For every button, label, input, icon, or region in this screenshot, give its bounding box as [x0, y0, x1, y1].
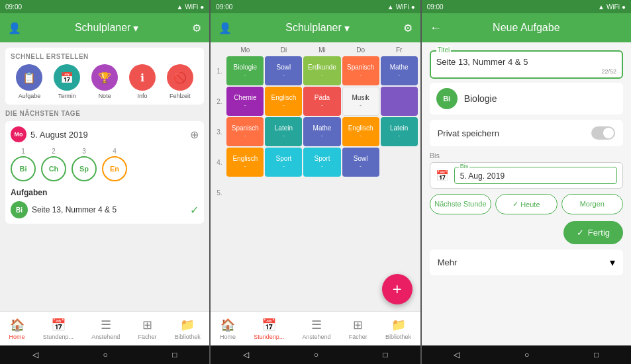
- neue-aufgabe-title: Neue Aufgabe: [493, 22, 559, 34]
- tt-empty-4fr: [381, 148, 418, 177]
- bis-inner[interactable]: Bis 5. Aug. 2019: [454, 167, 617, 184]
- recents-btn-2[interactable]: □: [383, 350, 388, 359]
- subject-circle-sp: Sp: [72, 156, 97, 181]
- content-1: SCHNELL ERSTELLEN 📋 Aufgabe 📅 Termin 🏆 N…: [0, 42, 209, 311]
- tt-englisch-mo-4[interactable]: Englisch-: [226, 148, 264, 177]
- nav-home-1[interactable]: 🏠 Home: [9, 318, 25, 340]
- nav-stundenp-1[interactable]: 📅 Stundenp...: [43, 318, 73, 340]
- home-btn-2[interactable]: ○: [314, 350, 318, 359]
- tt-sowl-do-4[interactable]: Sowl-: [342, 148, 379, 177]
- aufgaben-title: Aufgaben: [11, 188, 199, 197]
- system-nav-1: ◁ ○ □: [0, 345, 209, 364]
- status-icons-2: ▲ WiFi ●: [387, 3, 415, 11]
- nav-anstehend-1[interactable]: ☰ Anstehend: [91, 318, 120, 340]
- tt-sport-di-4[interactable]: Sport-: [265, 148, 302, 177]
- privat-toggle[interactable]: [591, 126, 615, 140]
- action-buttons: Nächste Stunde ✓Heute Morgen: [430, 194, 623, 214]
- subject-en: 4 En: [102, 148, 127, 181]
- recents-btn-1[interactable]: □: [172, 350, 177, 359]
- note-icon: 🏆: [91, 64, 118, 91]
- fab-button[interactable]: +: [382, 274, 413, 304]
- task-row: Bi Seite 13, Nummer 4 & 5 ✓: [11, 201, 199, 218]
- system-nav-3: ◁ ○ □: [422, 345, 631, 364]
- fehlzeit-icon: 🚫: [167, 64, 193, 91]
- home-btn-3[interactable]: ○: [524, 350, 529, 359]
- quick-create-label: SCHNELL ERSTELLEN: [11, 53, 199, 60]
- action-morgen[interactable]: Morgen: [561, 194, 623, 214]
- dropdown-arrow-2[interactable]: ▾: [344, 22, 350, 34]
- titel-value[interactable]: Seite 13, Nummer 4 & 5: [436, 56, 616, 67]
- bis-section: Bis 📅 Bis 5. Aug. 2019: [430, 152, 623, 189]
- phone-1: 09:00 ▲ WiFi ● 👤 Schulplaner ▾ ⚙ SCHNELL…: [0, 0, 209, 364]
- task-badge: Bi: [11, 201, 28, 218]
- tt-mathe-fr[interactable]: Mathe-: [381, 56, 418, 85]
- app-bar-3: ← Neue Aufgabe: [422, 13, 631, 42]
- aufgabe-content: Titel Seite 13, Nummer 4 & 5 22/52 Bi Bi…: [422, 42, 631, 345]
- tt-paeda-mi[interactable]: Päda-: [303, 87, 340, 116]
- subject-badge-na: Bi: [436, 88, 458, 109]
- home-btn-1[interactable]: ○: [103, 350, 107, 359]
- time-2: 09:00: [216, 3, 232, 11]
- quick-item-note[interactable]: 🏆 Note: [91, 64, 118, 99]
- back-icon-3[interactable]: ←: [430, 21, 442, 35]
- subject-name-na: Biologie: [464, 93, 497, 104]
- next-days-label: DIE NÄCHSTEN TAGE: [5, 110, 204, 117]
- termin-label: Termin: [58, 93, 76, 99]
- quick-item-fehlzeit[interactable]: 🚫 Fehlzeit: [167, 64, 193, 99]
- tt-mathe-mi-3[interactable]: Mathe-: [303, 117, 340, 146]
- status-bar-3: 09:00 ▲ WiFi ●: [422, 0, 631, 13]
- bis-inner-label: Bis: [459, 163, 470, 169]
- tt-bio-mo[interactable]: Biologie-: [226, 56, 264, 85]
- add-date-icon[interactable]: ⊕: [190, 128, 199, 141]
- nav-faecher-1[interactable]: ⊞ Fächer: [138, 318, 156, 340]
- nav-bibliothek-1[interactable]: 📁 Bibliothek: [175, 318, 201, 340]
- tt-englisch-di[interactable]: Englisch-: [265, 87, 302, 116]
- nav-bibliothek-2[interactable]: 📁 Bibliothek: [385, 318, 411, 340]
- nav-faecher-2[interactable]: ⊞ Fächer: [349, 318, 367, 340]
- tt-musik-do[interactable]: Musik-: [342, 87, 379, 116]
- nav-stundenp-2[interactable]: 📅 Stundenp...: [254, 318, 284, 340]
- nav-anstehend-2[interactable]: ☰ Anstehend: [302, 318, 330, 340]
- fertig-check-icon: ✓: [577, 228, 584, 238]
- bottom-nav-1: 🏠 Home 📅 Stundenp... ☰ Anstehend ⊞ Fäche…: [0, 311, 209, 345]
- tt-latein-fr-3[interactable]: Latein-: [381, 117, 418, 146]
- back-btn-3[interactable]: ◁: [454, 350, 460, 359]
- fertig-button[interactable]: ✓ Fertig: [563, 221, 623, 244]
- tt-sowl-di[interactable]: Sowl-: [265, 56, 302, 85]
- tt-erdkunde-mi[interactable]: Erdkunde-: [303, 56, 340, 85]
- termin-icon: 📅: [54, 64, 80, 91]
- nav-home-2[interactable]: 🏠 Home: [220, 318, 236, 340]
- settings-icon-1[interactable]: ⚙: [192, 22, 201, 34]
- user-icon-2[interactable]: 👤: [218, 22, 232, 34]
- recents-btn-3[interactable]: □: [594, 350, 599, 359]
- settings-icon-2[interactable]: ⚙: [403, 22, 413, 34]
- titel-field-group[interactable]: Titel Seite 13, Nummer 4 & 5 22/52: [430, 50, 623, 79]
- back-btn-1[interactable]: ◁: [32, 350, 38, 359]
- calendar-icon: 📅: [436, 169, 449, 182]
- tt-spanisch-do[interactable]: Spanisch-: [342, 56, 379, 85]
- timetable-grid: Mo Di Mi Do Fr 1. Biologie- Sowl- Erdkun…: [211, 42, 420, 207]
- action-heute[interactable]: ✓Heute: [495, 194, 557, 214]
- task-text: Seite 13, Nummer 4 & 5: [32, 205, 186, 214]
- quick-item-termin[interactable]: 📅 Termin: [54, 64, 80, 99]
- tt-englisch-do-3[interactable]: Englisch-: [342, 117, 379, 146]
- action-naechste[interactable]: Nächste Stunde: [430, 194, 491, 214]
- app-bar-title-2: Schulplaner ▾: [285, 22, 350, 34]
- subject-row-na[interactable]: Bi Biologie: [430, 83, 623, 114]
- tt-row-4: 4. Englisch- Sport- Sport- Sowl-: [213, 148, 417, 177]
- quick-item-aufgabe[interactable]: 📋 Aufgabe: [16, 64, 42, 99]
- dropdown-arrow-1[interactable]: ▾: [133, 22, 138, 34]
- tt-latein-di-3[interactable]: Latein-: [265, 117, 302, 146]
- timetable-header: Mo Di Mi Do Fr: [213, 45, 417, 55]
- anstehend-icon-1: ☰: [101, 318, 111, 332]
- quick-item-info[interactable]: ℹ Info: [129, 64, 156, 99]
- bibliothek-icon-1: 📁: [180, 318, 195, 332]
- mehr-row[interactable]: Mehr ▾: [430, 250, 623, 275]
- subject-circle-en: En: [102, 156, 127, 181]
- user-icon-1[interactable]: 👤: [8, 22, 21, 34]
- tt-sport-mi-4[interactable]: Sport-: [303, 148, 340, 177]
- tt-spanisch-mo-3[interactable]: Spanisch-: [226, 117, 264, 146]
- tt-chemie-mo[interactable]: Chemie-: [226, 87, 264, 116]
- date-badge: Mo: [11, 126, 26, 142]
- back-btn-2[interactable]: ◁: [243, 350, 249, 359]
